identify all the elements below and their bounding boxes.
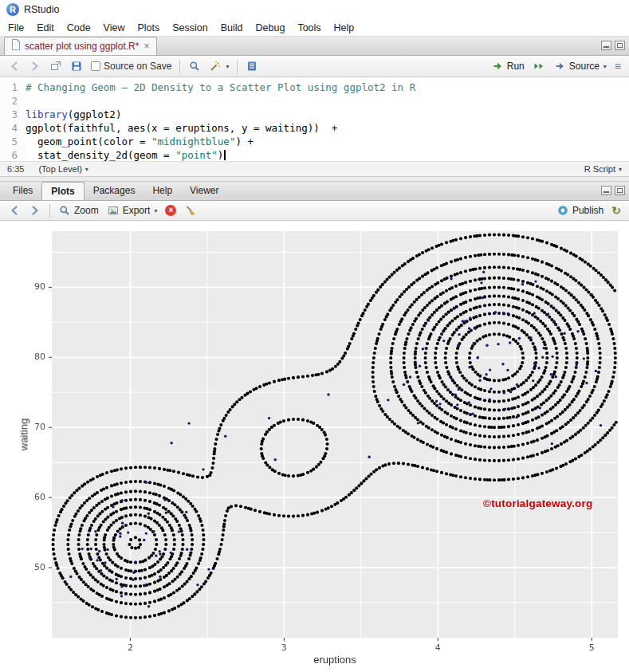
source-on-save-toggle[interactable]: Source on Save bbox=[88, 59, 175, 73]
code-text: geom_point(color = "midnightblue") + bbox=[26, 135, 254, 148]
rerun-icon[interactable] bbox=[529, 58, 548, 74]
scope-label: (Top Level) bbox=[38, 164, 81, 174]
tab-plots[interactable]: Plots bbox=[41, 182, 84, 200]
tab-help[interactable]: Help bbox=[143, 182, 181, 200]
remove-plot-button[interactable]: × bbox=[162, 203, 179, 218]
bottom-tabbar-tabs: FilesPlotsPackagesHelpViewer bbox=[4, 182, 228, 200]
line-number: 1 bbox=[0, 81, 26, 94]
clear-all-plots-icon[interactable] bbox=[181, 202, 200, 218]
open-new-window-icon[interactable] bbox=[46, 58, 65, 74]
pane-splitter[interactable] bbox=[0, 176, 629, 182]
document-icon bbox=[11, 39, 21, 53]
code-line[interactable]: 5 geom_point(color = "midnightblue") + bbox=[0, 135, 629, 148]
scope-selector[interactable]: (Top Level)▾ bbox=[38, 164, 88, 174]
y-axis-title: waiting bbox=[18, 419, 30, 450]
cursor-position: 6:35 bbox=[7, 164, 24, 174]
forward-icon[interactable] bbox=[26, 58, 45, 74]
compile-report-icon[interactable] bbox=[242, 58, 261, 74]
chevron-down-icon: ▾ bbox=[154, 207, 157, 214]
code-text: library(ggplot2) bbox=[26, 108, 121, 121]
x-axis-title: eruptions bbox=[313, 654, 356, 666]
menu-session[interactable]: Session bbox=[166, 21, 214, 35]
plot-area: eruptions waiting ©tutorialgateway.org bbox=[0, 221, 629, 672]
code-line[interactable]: 1# Changing Geom – 2D Density to a Scatt… bbox=[0, 81, 629, 94]
line-number: 2 bbox=[0, 94, 26, 108]
refresh-icon[interactable]: ↻ bbox=[608, 202, 624, 218]
toolbar-separator bbox=[237, 60, 238, 73]
source-on-save-label: Source on Save bbox=[104, 61, 171, 72]
source-button[interactable]: Source▾ bbox=[550, 58, 610, 74]
line-number: 5 bbox=[0, 135, 26, 148]
line-number: 6 bbox=[0, 148, 26, 161]
bottom-tabbar: FilesPlotsPackagesHelpViewer bbox=[0, 182, 629, 201]
menu-code[interactable]: Code bbox=[61, 21, 97, 35]
next-plot-icon[interactable] bbox=[26, 202, 45, 218]
source-on-save-checkbox[interactable] bbox=[91, 61, 100, 71]
run-button[interactable]: Run bbox=[488, 58, 528, 74]
source-tab[interactable]: scatter plot using ggplot.R* × bbox=[4, 37, 157, 55]
code-tools-icon[interactable]: ▾ bbox=[206, 58, 232, 74]
tab-viewer[interactable]: Viewer bbox=[181, 182, 227, 200]
toolbar-separator bbox=[49, 204, 50, 218]
save-icon[interactable] bbox=[67, 58, 86, 74]
code-line[interactable]: 2 bbox=[0, 94, 629, 108]
density-plot-canvas bbox=[0, 221, 629, 672]
editor-statusbar: 6:35 (Top Level)▾ R Script▾ bbox=[0, 161, 629, 176]
code-editor[interactable]: 1# Changing Geom – 2D Density to a Scatt… bbox=[0, 77, 629, 161]
code-text: ggplot(faithful, aes(x = eruptions, y = … bbox=[26, 121, 337, 135]
pane-window-controls bbox=[601, 186, 625, 195]
line-number: 3 bbox=[0, 108, 26, 121]
menu-debug[interactable]: Debug bbox=[250, 21, 292, 35]
watermark: ©tutorialgateway.org bbox=[483, 497, 592, 509]
chevron-down-icon: ▾ bbox=[85, 166, 88, 173]
text-cursor bbox=[224, 150, 226, 160]
menu-plots[interactable]: Plots bbox=[131, 21, 166, 35]
titlebar: R RStudio bbox=[0, 0, 629, 19]
find-replace-icon[interactable] bbox=[185, 58, 204, 74]
menu-help[interactable]: Help bbox=[328, 21, 361, 35]
run-label: Run bbox=[507, 61, 525, 72]
minimize-pane-icon[interactable] bbox=[601, 186, 611, 195]
maximize-pane-icon[interactable] bbox=[615, 186, 625, 195]
menu-edit[interactable]: Edit bbox=[30, 21, 61, 35]
menu-tools[interactable]: Tools bbox=[291, 21, 327, 35]
publish-button[interactable]: Publish bbox=[553, 202, 607, 218]
menu-file[interactable]: File bbox=[2, 21, 30, 35]
window-title: RStudio bbox=[24, 4, 59, 15]
source-toolbar: Source on Save ▾ Run Source▾ ≡ bbox=[0, 56, 629, 77]
minimize-pane-icon[interactable] bbox=[601, 41, 611, 50]
menu-build[interactable]: Build bbox=[214, 21, 250, 35]
source-tab-label: scatter plot using ggplot.R* bbox=[25, 41, 139, 52]
chevron-down-icon: ▾ bbox=[226, 63, 229, 70]
toolbar-separator bbox=[179, 60, 180, 73]
previous-plot-icon[interactable] bbox=[5, 202, 24, 218]
pane-window-controls bbox=[601, 41, 625, 50]
zoom-label: Zoom bbox=[74, 205, 99, 216]
file-type-selector[interactable]: R Script▾ bbox=[584, 164, 622, 174]
close-tab-icon[interactable]: × bbox=[143, 41, 150, 51]
remove-plot-icon: × bbox=[165, 205, 176, 216]
code-line[interactable]: 4ggplot(faithful, aes(x = eruptions, y =… bbox=[0, 121, 629, 135]
code-text: # Changing Geom – 2D Density to a Scatte… bbox=[26, 81, 415, 94]
export-label: Export bbox=[123, 205, 151, 216]
tab-files[interactable]: Files bbox=[4, 182, 41, 200]
line-number: 4 bbox=[0, 121, 26, 135]
code-line[interactable]: 3library(ggplot2) bbox=[0, 108, 629, 121]
document-outline-icon[interactable]: ≡ bbox=[611, 58, 624, 74]
tab-packages[interactable]: Packages bbox=[85, 182, 144, 200]
rstudio-logo-icon: R bbox=[6, 3, 19, 16]
maximize-pane-icon[interactable] bbox=[615, 41, 625, 50]
back-icon[interactable] bbox=[5, 58, 24, 74]
menubar: FileEditCodeViewPlotsSessionBuildDebugTo… bbox=[0, 19, 629, 37]
editor-lines: 1# Changing Geom – 2D Density to a Scatt… bbox=[0, 81, 629, 161]
menu-view[interactable]: View bbox=[97, 21, 132, 35]
code-line[interactable]: 6 stat_density_2d(geom = "point") bbox=[0, 148, 629, 161]
file-type-label: R Script bbox=[584, 164, 615, 174]
export-button[interactable]: Export▾ bbox=[104, 202, 161, 218]
plots-pane: FilesPlotsPackagesHelpViewer Zoom Export… bbox=[0, 182, 629, 672]
source-label: Source bbox=[569, 61, 600, 72]
zoom-button[interactable]: Zoom bbox=[55, 202, 102, 218]
publish-label: Publish bbox=[572, 205, 603, 216]
source-tabbar: scatter plot using ggplot.R* × bbox=[0, 37, 629, 56]
plots-toolbar: Zoom Export▾ × Publish ↻ bbox=[0, 201, 629, 221]
